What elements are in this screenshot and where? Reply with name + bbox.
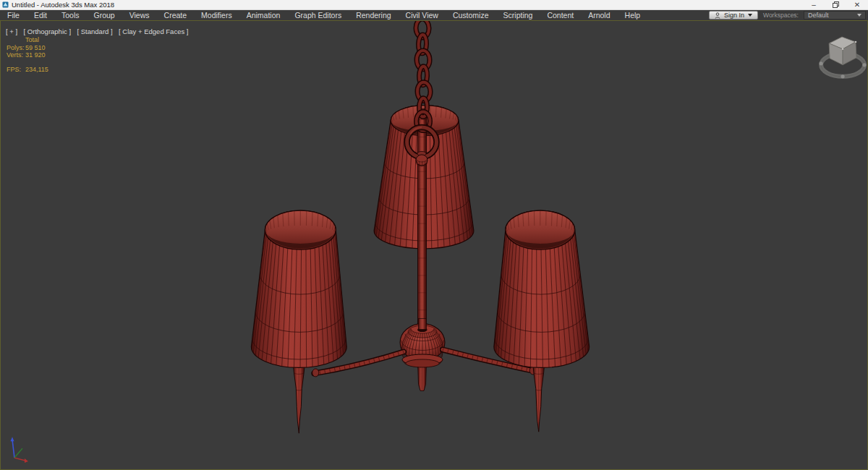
chandelier-hub[interactable]: [400, 319, 445, 368]
close-button[interactable]: ✕: [846, 0, 868, 9]
menu-item-customize[interactable]: Customize: [446, 10, 496, 20]
menu-item-graph-editors[interactable]: Graph Editors: [287, 10, 349, 20]
menu-item-file[interactable]: File: [0, 10, 27, 20]
3dsmax-app-icon: [2, 1, 9, 8]
maximize-button[interactable]: [825, 0, 846, 9]
window-title: Untitled - Autodesk 3ds Max 2018: [12, 1, 114, 9]
menu-item-edit[interactable]: Edit: [27, 10, 54, 20]
chandelier-leg-right[interactable]: [533, 362, 545, 432]
stats-header: Total: [25, 36, 48, 44]
fps-value: 234,115: [25, 66, 48, 74]
workspaces-selected: Default: [808, 12, 829, 19]
menu-item-civil-view[interactable]: Civil View: [399, 10, 446, 20]
verts-label: Verts:: [7, 51, 25, 59]
chandelier-shade-left[interactable]: [251, 210, 346, 367]
menu-item-content[interactable]: Content: [540, 10, 581, 20]
stats-spacer: [7, 36, 25, 44]
viewport-statistics: Total Polys: 59 510 Verts: 31 920 FPS: 2…: [7, 36, 48, 73]
sign-in-label: Sign In: [724, 12, 744, 19]
viewport-label: [ + ] [ Orthographic ] [ Standard ] [ Cl…: [6, 24, 191, 37]
menu-item-animation[interactable]: Animation: [239, 10, 288, 20]
viewport-shading-label[interactable]: [ Clay + Edged Faces ]: [119, 27, 188, 35]
menu-item-help[interactable]: Help: [618, 10, 648, 20]
menu-item-tools[interactable]: Tools: [54, 10, 87, 20]
menu-item-scripting[interactable]: Scripting: [496, 10, 540, 20]
caret-down-icon: [857, 14, 861, 17]
viewport-pov-label[interactable]: [ + ]: [6, 27, 17, 35]
viewport[interactable]: [ + ] [ Orthographic ] [ Standard ] [ Cl…: [0, 20, 868, 470]
titlebar: Untitled - Autodesk 3ds Max 2018 – ✕: [0, 0, 868, 10]
fps-label: FPS:: [7, 66, 25, 74]
viewport-view-label[interactable]: [ Orthographic ]: [24, 27, 71, 35]
menubar: File Edit Tools Group Views Create Modif…: [0, 10, 868, 20]
chandelier-leg-left[interactable]: [293, 362, 305, 433]
menu-item-modifiers[interactable]: Modifiers: [194, 10, 239, 20]
sign-in-button[interactable]: Sign In: [709, 11, 758, 20]
workspaces-label: Workspaces:: [763, 12, 799, 19]
menu-item-rendering[interactable]: Rendering: [349, 10, 398, 20]
menu-item-views[interactable]: Views: [122, 10, 157, 20]
verts-value: 31 920: [25, 51, 48, 59]
polys-label: Polys:: [7, 44, 25, 52]
polys-value: 59 510: [25, 44, 48, 52]
chandelier-shade-right[interactable]: [494, 210, 590, 367]
workspaces-dropdown[interactable]: Default: [804, 11, 866, 20]
chandelier-chain[interactable]: [416, 21, 431, 131]
3dsmax-window: Untitled - Autodesk 3ds Max 2018 – ✕ Fil…: [0, 0, 868, 470]
chandelier-model[interactable]: [1, 21, 867, 469]
chandelier-center-rod[interactable]: [418, 108, 427, 327]
menu-item-arnold[interactable]: Arnold: [581, 10, 617, 20]
viewport-style-label[interactable]: [ Standard ]: [77, 27, 113, 35]
viewcube[interactable]: [820, 37, 867, 78]
restore-icon: [833, 1, 839, 8]
caret-down-icon: [748, 14, 752, 17]
minimize-button[interactable]: –: [803, 0, 825, 9]
world-axis-gizmo: [10, 437, 27, 463]
menu-item-group[interactable]: Group: [87, 10, 122, 20]
user-icon: [715, 12, 720, 19]
menu-item-create[interactable]: Create: [157, 10, 195, 20]
